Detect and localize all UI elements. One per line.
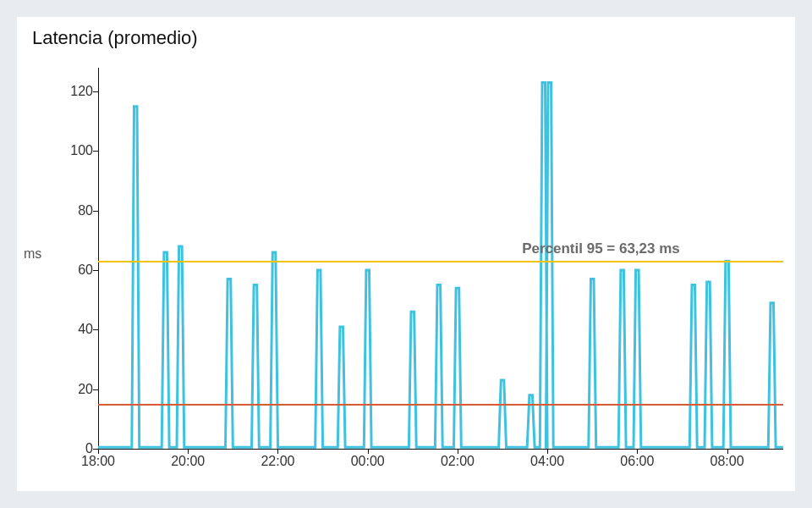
y-tick-mark: [93, 211, 98, 212]
y-tick-mark: [93, 270, 98, 271]
x-tick-mark: [637, 449, 638, 454]
x-tick-label: 20:00: [171, 454, 205, 469]
x-tick-mark: [727, 449, 728, 454]
y-tick-label: 80: [42, 203, 93, 218]
x-tick-mark: [188, 449, 189, 454]
x-tick-mark: [98, 449, 99, 454]
x-tick-label: 22:00: [261, 454, 294, 469]
y-tick-mark: [93, 151, 98, 152]
y-tick-label: 20: [42, 382, 93, 397]
p95-annotation: Percentil 95 = 63,23 ms: [522, 240, 680, 257]
x-tick-label: 00:00: [351, 454, 385, 469]
y-tick-mark: [93, 329, 98, 330]
x-tick-label: 02:00: [441, 454, 475, 469]
chart-title: Latencia (promedio): [32, 27, 198, 49]
x-tick-label: 08:00: [710, 454, 744, 469]
x-tick-mark: [277, 449, 278, 454]
latency-polyline: [98, 83, 783, 448]
plot-area: [98, 68, 783, 449]
x-tick-mark: [368, 449, 369, 454]
p95-reference-line: [98, 261, 783, 262]
threshold-reference-line: [98, 404, 783, 406]
x-tick-label: 18:00: [81, 454, 115, 469]
y-tick-mark: [93, 389, 98, 390]
y-tick-label: 60: [42, 262, 93, 278]
y-tick-label: 40: [42, 322, 93, 337]
x-tick-mark: [547, 449, 548, 454]
x-axis-line: [98, 449, 783, 450]
latency-line-series: [98, 68, 783, 449]
y-tick-label: 120: [42, 84, 93, 99]
x-tick-label: 06:00: [620, 454, 654, 469]
y-tick-label: 100: [42, 143, 93, 158]
x-tick-label: 04:00: [530, 454, 564, 469]
x-tick-mark: [458, 449, 458, 454]
chart-card: Latencia (promedio) ms Percentil 95 = 63…: [17, 17, 795, 491]
y-axis-label: ms: [24, 246, 41, 262]
y-tick-mark: [93, 91, 98, 92]
